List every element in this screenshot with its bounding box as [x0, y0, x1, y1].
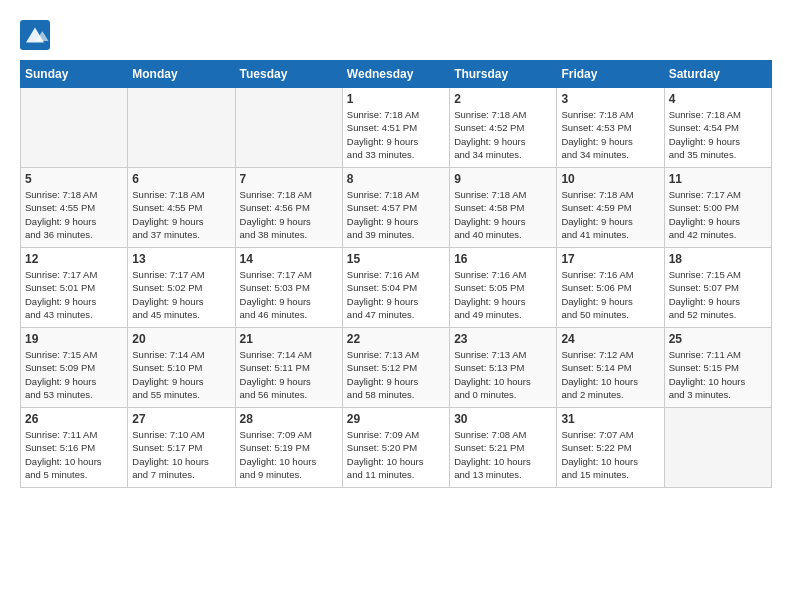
day-info: Sunrise: 7:18 AM Sunset: 4:59 PM Dayligh…	[561, 188, 659, 241]
day-info: Sunrise: 7:11 AM Sunset: 5:15 PM Dayligh…	[669, 348, 767, 401]
calendar-cell: 2Sunrise: 7:18 AM Sunset: 4:52 PM Daylig…	[450, 88, 557, 168]
calendar-cell: 26Sunrise: 7:11 AM Sunset: 5:16 PM Dayli…	[21, 408, 128, 488]
calendar-cell: 27Sunrise: 7:10 AM Sunset: 5:17 PM Dayli…	[128, 408, 235, 488]
day-info: Sunrise: 7:18 AM Sunset: 4:52 PM Dayligh…	[454, 108, 552, 161]
day-info: Sunrise: 7:13 AM Sunset: 5:13 PM Dayligh…	[454, 348, 552, 401]
calendar-header-row: SundayMondayTuesdayWednesdayThursdayFrid…	[21, 61, 772, 88]
calendar-cell: 22Sunrise: 7:13 AM Sunset: 5:12 PM Dayli…	[342, 328, 449, 408]
day-number: 22	[347, 332, 445, 346]
calendar-cell: 10Sunrise: 7:18 AM Sunset: 4:59 PM Dayli…	[557, 168, 664, 248]
day-number: 2	[454, 92, 552, 106]
day-info: Sunrise: 7:08 AM Sunset: 5:21 PM Dayligh…	[454, 428, 552, 481]
calendar-cell: 12Sunrise: 7:17 AM Sunset: 5:01 PM Dayli…	[21, 248, 128, 328]
day-number: 13	[132, 252, 230, 266]
day-info: Sunrise: 7:13 AM Sunset: 5:12 PM Dayligh…	[347, 348, 445, 401]
day-number: 15	[347, 252, 445, 266]
calendar-cell: 14Sunrise: 7:17 AM Sunset: 5:03 PM Dayli…	[235, 248, 342, 328]
calendar-cell: 25Sunrise: 7:11 AM Sunset: 5:15 PM Dayli…	[664, 328, 771, 408]
calendar-cell: 30Sunrise: 7:08 AM Sunset: 5:21 PM Dayli…	[450, 408, 557, 488]
calendar-cell: 24Sunrise: 7:12 AM Sunset: 5:14 PM Dayli…	[557, 328, 664, 408]
calendar-cell: 31Sunrise: 7:07 AM Sunset: 5:22 PM Dayli…	[557, 408, 664, 488]
calendar-cell	[664, 408, 771, 488]
day-number: 18	[669, 252, 767, 266]
day-info: Sunrise: 7:18 AM Sunset: 4:54 PM Dayligh…	[669, 108, 767, 161]
header-sunday: Sunday	[21, 61, 128, 88]
day-number: 7	[240, 172, 338, 186]
day-number: 30	[454, 412, 552, 426]
calendar-cell	[21, 88, 128, 168]
day-number: 24	[561, 332, 659, 346]
calendar-cell: 28Sunrise: 7:09 AM Sunset: 5:19 PM Dayli…	[235, 408, 342, 488]
day-number: 10	[561, 172, 659, 186]
day-info: Sunrise: 7:15 AM Sunset: 5:07 PM Dayligh…	[669, 268, 767, 321]
logo	[20, 20, 54, 50]
day-number: 20	[132, 332, 230, 346]
header-tuesday: Tuesday	[235, 61, 342, 88]
calendar-cell: 16Sunrise: 7:16 AM Sunset: 5:05 PM Dayli…	[450, 248, 557, 328]
day-number: 21	[240, 332, 338, 346]
day-info: Sunrise: 7:17 AM Sunset: 5:01 PM Dayligh…	[25, 268, 123, 321]
day-info: Sunrise: 7:18 AM Sunset: 4:56 PM Dayligh…	[240, 188, 338, 241]
calendar-cell: 29Sunrise: 7:09 AM Sunset: 5:20 PM Dayli…	[342, 408, 449, 488]
calendar-week-4: 19Sunrise: 7:15 AM Sunset: 5:09 PM Dayli…	[21, 328, 772, 408]
day-number: 6	[132, 172, 230, 186]
calendar-cell: 4Sunrise: 7:18 AM Sunset: 4:54 PM Daylig…	[664, 88, 771, 168]
calendar-cell: 15Sunrise: 7:16 AM Sunset: 5:04 PM Dayli…	[342, 248, 449, 328]
header-monday: Monday	[128, 61, 235, 88]
day-number: 5	[25, 172, 123, 186]
calendar-cell: 3Sunrise: 7:18 AM Sunset: 4:53 PM Daylig…	[557, 88, 664, 168]
page-header	[20, 20, 772, 50]
day-info: Sunrise: 7:18 AM Sunset: 4:51 PM Dayligh…	[347, 108, 445, 161]
day-number: 1	[347, 92, 445, 106]
day-number: 4	[669, 92, 767, 106]
day-info: Sunrise: 7:17 AM Sunset: 5:02 PM Dayligh…	[132, 268, 230, 321]
header-saturday: Saturday	[664, 61, 771, 88]
day-info: Sunrise: 7:16 AM Sunset: 5:05 PM Dayligh…	[454, 268, 552, 321]
day-number: 19	[25, 332, 123, 346]
calendar-table: SundayMondayTuesdayWednesdayThursdayFrid…	[20, 60, 772, 488]
calendar-week-2: 5Sunrise: 7:18 AM Sunset: 4:55 PM Daylig…	[21, 168, 772, 248]
day-number: 29	[347, 412, 445, 426]
day-info: Sunrise: 7:17 AM Sunset: 5:03 PM Dayligh…	[240, 268, 338, 321]
header-wednesday: Wednesday	[342, 61, 449, 88]
day-number: 17	[561, 252, 659, 266]
calendar-cell: 8Sunrise: 7:18 AM Sunset: 4:57 PM Daylig…	[342, 168, 449, 248]
day-number: 27	[132, 412, 230, 426]
day-info: Sunrise: 7:12 AM Sunset: 5:14 PM Dayligh…	[561, 348, 659, 401]
calendar-cell: 1Sunrise: 7:18 AM Sunset: 4:51 PM Daylig…	[342, 88, 449, 168]
day-number: 9	[454, 172, 552, 186]
day-number: 26	[25, 412, 123, 426]
day-info: Sunrise: 7:09 AM Sunset: 5:20 PM Dayligh…	[347, 428, 445, 481]
day-info: Sunrise: 7:15 AM Sunset: 5:09 PM Dayligh…	[25, 348, 123, 401]
header-friday: Friday	[557, 61, 664, 88]
calendar-cell: 21Sunrise: 7:14 AM Sunset: 5:11 PM Dayli…	[235, 328, 342, 408]
calendar-cell	[235, 88, 342, 168]
day-number: 12	[25, 252, 123, 266]
day-number: 11	[669, 172, 767, 186]
calendar-week-5: 26Sunrise: 7:11 AM Sunset: 5:16 PM Dayli…	[21, 408, 772, 488]
day-info: Sunrise: 7:11 AM Sunset: 5:16 PM Dayligh…	[25, 428, 123, 481]
day-info: Sunrise: 7:18 AM Sunset: 4:55 PM Dayligh…	[132, 188, 230, 241]
day-info: Sunrise: 7:09 AM Sunset: 5:19 PM Dayligh…	[240, 428, 338, 481]
calendar-cell: 18Sunrise: 7:15 AM Sunset: 5:07 PM Dayli…	[664, 248, 771, 328]
day-number: 23	[454, 332, 552, 346]
logo-icon	[20, 20, 50, 50]
day-number: 16	[454, 252, 552, 266]
day-info: Sunrise: 7:18 AM Sunset: 4:57 PM Dayligh…	[347, 188, 445, 241]
calendar-cell: 5Sunrise: 7:18 AM Sunset: 4:55 PM Daylig…	[21, 168, 128, 248]
day-info: Sunrise: 7:18 AM Sunset: 4:58 PM Dayligh…	[454, 188, 552, 241]
day-info: Sunrise: 7:14 AM Sunset: 5:10 PM Dayligh…	[132, 348, 230, 401]
calendar-cell: 13Sunrise: 7:17 AM Sunset: 5:02 PM Dayli…	[128, 248, 235, 328]
day-info: Sunrise: 7:14 AM Sunset: 5:11 PM Dayligh…	[240, 348, 338, 401]
calendar-cell: 7Sunrise: 7:18 AM Sunset: 4:56 PM Daylig…	[235, 168, 342, 248]
day-info: Sunrise: 7:18 AM Sunset: 4:55 PM Dayligh…	[25, 188, 123, 241]
calendar-cell: 11Sunrise: 7:17 AM Sunset: 5:00 PM Dayli…	[664, 168, 771, 248]
day-number: 28	[240, 412, 338, 426]
day-info: Sunrise: 7:17 AM Sunset: 5:00 PM Dayligh…	[669, 188, 767, 241]
calendar-cell: 19Sunrise: 7:15 AM Sunset: 5:09 PM Dayli…	[21, 328, 128, 408]
day-number: 14	[240, 252, 338, 266]
day-info: Sunrise: 7:16 AM Sunset: 5:04 PM Dayligh…	[347, 268, 445, 321]
calendar-cell: 6Sunrise: 7:18 AM Sunset: 4:55 PM Daylig…	[128, 168, 235, 248]
day-info: Sunrise: 7:16 AM Sunset: 5:06 PM Dayligh…	[561, 268, 659, 321]
day-info: Sunrise: 7:07 AM Sunset: 5:22 PM Dayligh…	[561, 428, 659, 481]
